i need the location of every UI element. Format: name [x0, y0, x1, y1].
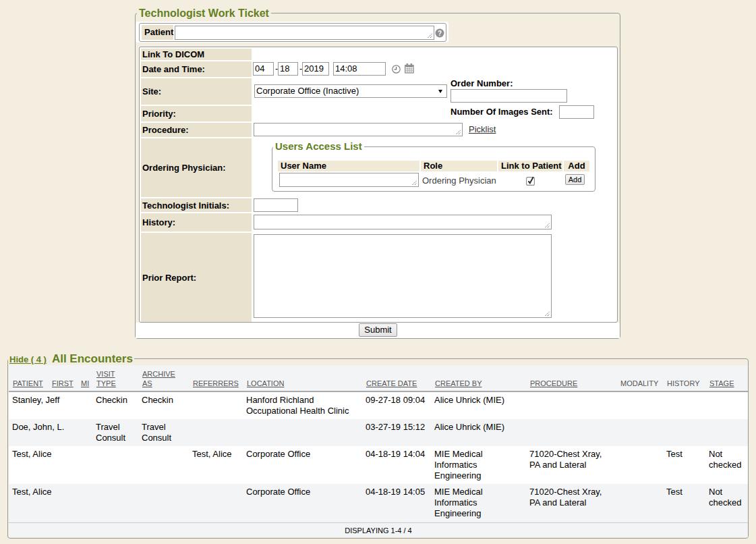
svg-text:?: ?	[438, 30, 442, 37]
